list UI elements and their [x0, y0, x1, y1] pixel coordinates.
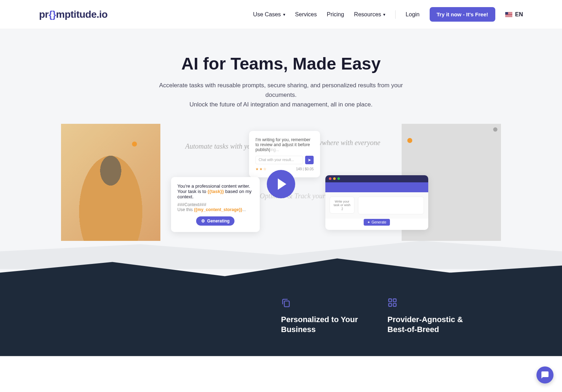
generating-label: Generating	[207, 219, 230, 223]
svg-rect-4	[393, 303, 396, 306]
logo-text-post: mptitude.io	[56, 9, 108, 20]
nav-services[interactable]: Services	[295, 11, 317, 18]
flag-us-icon	[505, 12, 512, 17]
nav-pricing-label: Pricing	[327, 11, 344, 18]
cta-label: Try it now - It's Free!	[437, 11, 488, 17]
feature-title: Personalized to Your Business	[281, 315, 359, 335]
language-switcher[interactable]: EN	[505, 11, 523, 18]
illustration-card-browser: Write your task or wish ;) ✦ Generate	[325, 175, 428, 230]
hero-subtitle-line2: Unlock the future of AI integration and …	[189, 101, 373, 108]
hero-subtitle-line1: Accelerate tasks with reusable prompts, …	[159, 82, 403, 98]
chat-text: I'm writing for you, remember to review …	[255, 137, 314, 152]
traffic-light-red	[329, 177, 331, 180]
nav-pricing[interactable]: Pricing	[327, 11, 344, 18]
chat-suffix: ing...	[270, 147, 279, 152]
nav-use-cases[interactable]: Use Cases ▾	[253, 11, 285, 18]
svg-rect-0	[284, 301, 289, 307]
prompt-text: You're a professional content writer. Yo…	[177, 183, 253, 199]
context-ellipsis: ...	[242, 207, 246, 212]
nav-resources[interactable]: Resources ▾	[354, 11, 385, 18]
nav-services-label: Services	[295, 11, 317, 18]
lang-label: EN	[515, 11, 523, 18]
context-text: Use this	[177, 207, 194, 212]
connector-dot	[407, 138, 412, 143]
prompt-var-task: {{task}}	[208, 189, 224, 194]
features-grid: Personalized to Your Business Provider-A…	[86, 298, 476, 335]
main-nav: Use Cases ▾ Services Pricing Resources ▾…	[253, 7, 523, 22]
sparkle-icon: ✦	[367, 220, 370, 224]
browser-header-bar	[325, 182, 428, 192]
generating-badge: ⚙ Generating	[196, 216, 235, 226]
connector-dot	[132, 142, 137, 147]
grid-icon	[387, 298, 397, 308]
context-label: ###Context###	[177, 202, 253, 207]
nav-login-label: Login	[406, 11, 419, 18]
prompt-var-storage: {{my_content_storage}}	[194, 207, 242, 212]
nav-resources-label: Resources	[354, 11, 381, 18]
generate-chip: ✦ Generate	[364, 219, 390, 226]
chat-input-row: Chat with your result... ➤	[255, 156, 314, 164]
wave-section: Personalized to Your Business Provider-A…	[0, 241, 562, 356]
svg-rect-3	[389, 303, 392, 306]
content-output-box	[358, 197, 424, 214]
person-illustration	[61, 124, 160, 241]
feature-provider-agnostic: Provider-Agnostic & Best-of-Breed	[387, 298, 476, 335]
wave-dark-shape: Personalized to Your Business Provider-A…	[0, 255, 562, 356]
hero-title: AI for Teams, Made Easy	[0, 54, 562, 73]
illustration-card-prompt: You're a professional content writer. Yo…	[171, 177, 260, 232]
chevron-down-icon: ▾	[283, 12, 285, 17]
chat-input-field: Chat with your result...	[255, 156, 303, 164]
svg-rect-2	[393, 299, 396, 302]
hero-subtitle: Accelerate tasks with reusable prompts, …	[153, 81, 409, 110]
usage-stats: 149 | $0.05	[296, 167, 314, 171]
logo[interactable]: pr{}mptitude.io	[39, 9, 108, 20]
prompt-context: ###Context### Use this {{my_content_stor…	[177, 202, 253, 212]
nav-login[interactable]: Login	[406, 11, 419, 18]
nav-use-cases-label: Use Cases	[253, 11, 281, 18]
svg-rect-1	[389, 299, 392, 302]
chat-text-main: I'm writing for you, remember to review …	[255, 137, 310, 152]
feature-personalized: Personalized to Your Business	[281, 298, 359, 335]
logo-brackets: {}	[49, 9, 56, 20]
hero-section: AI for Teams, Made Easy Accelerate tasks…	[0, 29, 562, 241]
generating-icon: ⚙	[201, 219, 205, 223]
browser-titlebar	[325, 175, 428, 182]
play-video-button[interactable]	[267, 170, 295, 198]
generate-label: Generate	[371, 220, 386, 224]
logo-text-pre: pr	[39, 9, 49, 20]
illustration-person-left	[61, 124, 160, 241]
hero-illustration: Automate tasks with your Content Share a…	[61, 124, 501, 241]
chevron-down-icon: ▾	[383, 12, 385, 17]
send-icon: ➤	[305, 156, 314, 164]
traffic-light-yellow	[333, 177, 336, 180]
star-rating: ★★☆	[255, 167, 267, 171]
document-copy-icon	[281, 298, 291, 308]
nav-divider	[395, 10, 396, 19]
traffic-light-green	[337, 177, 340, 180]
site-header: pr{}mptitude.io Use Cases ▾ Services Pri…	[0, 0, 562, 29]
feature-title: Provider-Agnostic & Best-of-Breed	[387, 315, 476, 335]
task-input-box: Write your task or wish ;)	[330, 197, 354, 214]
browser-body: Write your task or wish ;)	[325, 192, 428, 219]
cta-try-free-button[interactable]: Try it now - It's Free!	[430, 7, 495, 22]
